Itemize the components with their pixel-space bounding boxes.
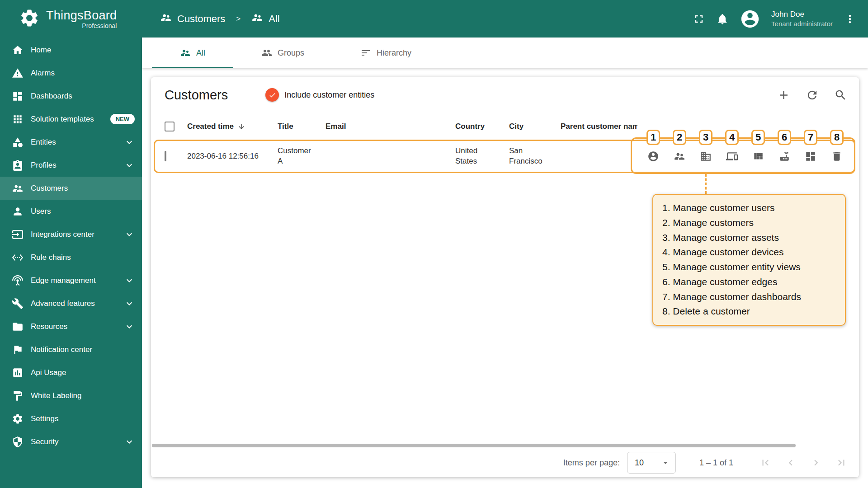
apps-icon xyxy=(12,113,24,125)
more-vert-icon[interactable] xyxy=(844,13,856,25)
sidebar-item-entities[interactable]: Entities xyxy=(0,131,142,154)
horizontal-scrollbar[interactable] xyxy=(152,444,796,447)
cell-title: Customer A xyxy=(278,146,326,167)
include-customer-entities-toggle[interactable]: Include customer entities xyxy=(258,90,374,100)
sidebar-item-dashboards[interactable]: Dashboards xyxy=(0,84,142,108)
sidebar-item-edge-management[interactable]: Edge management xyxy=(0,269,142,292)
sidebar-item-alarms[interactable]: Alarms xyxy=(0,61,142,84)
avatar[interactable] xyxy=(740,9,760,29)
router-icon xyxy=(778,150,790,162)
pagination-nav xyxy=(760,457,847,469)
manage-customer-users-button[interactable]: 1 xyxy=(640,141,666,172)
breadcrumb-page[interactable]: All xyxy=(269,13,279,25)
search-button[interactable] xyxy=(834,89,847,102)
annotation-dashed-connector xyxy=(705,174,707,194)
sidebar-item-resources[interactable]: Resources xyxy=(0,315,142,338)
brand-logo[interactable]: ThingsBoard Professional xyxy=(0,0,142,38)
column-label: City xyxy=(509,122,524,131)
delete-customer-button[interactable]: 8 xyxy=(824,141,850,172)
items-per-page-select[interactable]: 10 xyxy=(627,452,676,474)
chevron-down-icon xyxy=(124,436,135,447)
items-per-page-label: Items per page: xyxy=(563,458,620,468)
manage-customer-entity-views-button[interactable]: 5 xyxy=(745,141,771,172)
annotation-line: 7. Manage customer dashboards xyxy=(662,290,836,305)
annotation-number-badge: 4 xyxy=(725,130,739,145)
sidebar-item-label: Settings xyxy=(31,414,135,423)
top-bar: Customers > All John Doe Tenant administ… xyxy=(142,0,868,38)
user-role: Tenant administrator xyxy=(771,19,833,28)
sidebar-item-label: Integrations center xyxy=(31,230,117,239)
next-page-button[interactable] xyxy=(810,457,822,469)
chevron-down-icon xyxy=(124,137,135,148)
check-icon xyxy=(269,91,276,99)
sidebar-item-solution-templates[interactable]: Solution templates NEW xyxy=(0,108,142,131)
last-page-button[interactable] xyxy=(835,457,847,469)
account-circle-icon xyxy=(647,150,659,162)
customers-icon xyxy=(12,183,24,194)
sidebar-item-security[interactable]: Security xyxy=(0,430,142,453)
tabs-bar: All Groups Hierarchy xyxy=(142,38,868,68)
notifications-icon[interactable] xyxy=(716,13,729,25)
edge-icon xyxy=(12,275,24,286)
manage-customer-dashboards-button[interactable]: 7 xyxy=(797,141,824,172)
sidebar-item-settings[interactable]: Settings xyxy=(0,407,142,430)
annotation-number-badge: 6 xyxy=(778,130,791,145)
sidebar-item-label: Api Usage xyxy=(31,368,135,377)
breadcrumb-section[interactable]: Customers xyxy=(177,13,225,25)
cell-city: San Francisco xyxy=(509,146,561,167)
profiles-icon xyxy=(12,160,24,171)
refresh-button[interactable] xyxy=(806,89,819,102)
tab-groups[interactable]: Groups xyxy=(233,38,332,68)
tab-all[interactable]: All xyxy=(152,38,233,68)
manage-customer-assets-button[interactable]: 3 xyxy=(693,141,719,172)
sidebar-item-profiles[interactable]: Profiles xyxy=(0,154,142,177)
row-checkbox[interactable] xyxy=(165,151,166,161)
annotation-line: 4. Manage customer devices xyxy=(662,245,836,260)
toggle-switch[interactable] xyxy=(258,91,278,99)
resources-icon xyxy=(12,321,24,333)
column-label: Country xyxy=(455,122,485,131)
manage-customers-button[interactable]: 2 xyxy=(666,141,693,172)
sidebar-item-rule-chains[interactable]: Rule chains xyxy=(0,246,142,269)
fullscreen-icon[interactable] xyxy=(693,13,705,25)
tab-label: Groups xyxy=(278,48,304,58)
sidebar-item-integrations-center[interactable]: Integrations center xyxy=(0,223,142,246)
manage-customer-devices-button[interactable]: 4 xyxy=(719,141,745,172)
sidebar-item-notification-center[interactable]: Notification center xyxy=(0,338,142,361)
sidebar-item-advanced-features[interactable]: Advanced features xyxy=(0,292,142,315)
previous-page-button[interactable] xyxy=(785,457,797,469)
first-page-button[interactable] xyxy=(760,457,771,469)
sidebar-item-api-usage[interactable]: Api Usage xyxy=(0,361,142,384)
sidebar-item-users[interactable]: Users xyxy=(0,200,142,223)
toggle-label: Include customer entities xyxy=(284,90,374,100)
add-button[interactable] xyxy=(777,89,790,102)
sidebar-item-label: Users xyxy=(31,207,135,216)
rule-chains-icon xyxy=(12,252,24,263)
pagination-bar: Items per page: 10 1 – 1 of 1 xyxy=(151,448,859,477)
main-area: Customers > All John Doe Tenant administ… xyxy=(142,0,868,488)
user-menu[interactable]: John Doe Tenant administrator xyxy=(771,9,833,28)
first-page-icon xyxy=(760,457,771,469)
column-header-email: Email xyxy=(326,122,455,131)
sidebar-item-label: Advanced features xyxy=(31,299,117,308)
column-header-created-time[interactable]: Created time xyxy=(187,122,278,131)
thingsboard-gear-logo-icon xyxy=(19,8,40,30)
tab-label: Hierarchy xyxy=(377,48,411,58)
select-all-checkbox[interactable] xyxy=(165,122,175,131)
customers-icon xyxy=(251,12,263,26)
card-header: Customers Include customer entities xyxy=(151,77,859,113)
sidebar-item-white-labeling[interactable]: White Labeling xyxy=(0,384,142,407)
advanced-features-icon xyxy=(12,298,24,310)
tab-hierarchy[interactable]: Hierarchy xyxy=(332,38,439,68)
sidebar-item-customers[interactable]: Customers xyxy=(0,177,142,200)
annotation-line: 8. Delete a customer xyxy=(662,304,836,319)
row-actions: 1 2 3 4 xyxy=(637,141,850,172)
settings-gear-icon xyxy=(12,413,24,425)
table-row[interactable]: 2023-06-16 12:56:16 Customer A United St… xyxy=(151,141,859,172)
manage-customer-edges-button[interactable]: 6 xyxy=(771,141,797,172)
user-name: John Doe xyxy=(771,9,833,19)
category-icon xyxy=(12,136,24,148)
column-header-city: City xyxy=(509,122,561,131)
sidebar-item-home[interactable]: Home xyxy=(0,38,142,61)
column-label: Parent customer name xyxy=(561,122,637,131)
